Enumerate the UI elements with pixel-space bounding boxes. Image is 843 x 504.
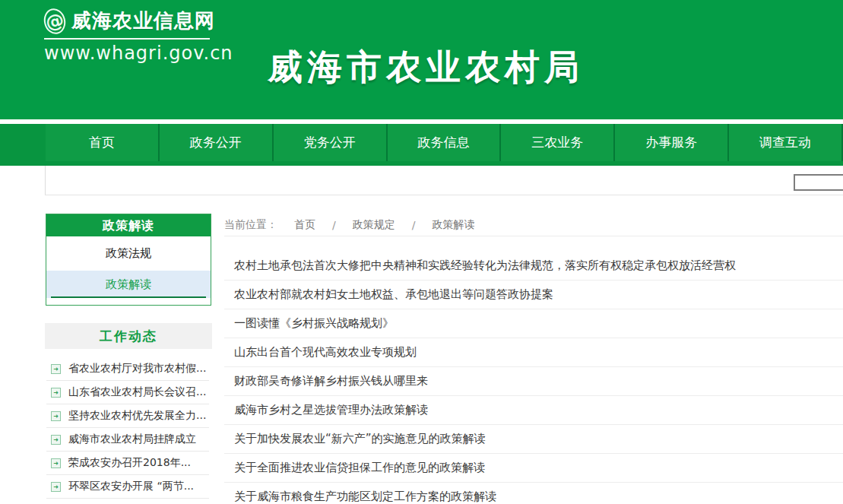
category-panel: 政策解读 政策法规 政策解读	[46, 214, 211, 306]
breadcrumb-separator: /	[332, 219, 336, 231]
article-link[interactable]: 财政部吴奇修详解乡村振兴钱从哪里来	[224, 367, 843, 396]
nav-item-services[interactable]: 办事服务	[615, 124, 729, 161]
work-news-panel: 工作动态 ➜ 省农业农村厅对我市农村假... ➜ 山东省农业农村局长会议召...…	[45, 323, 212, 504]
arrow-icon: ➜	[51, 411, 61, 421]
list-item-label: 山东省农业农村局长会议召...	[68, 385, 206, 399]
arrow-icon: ➜	[51, 435, 61, 445]
arrow-icon: ➜	[51, 388, 61, 398]
article-link[interactable]: 山东出台首个现代高效农业专项规划	[224, 338, 843, 367]
list-item[interactable]: ➜ 威海市农业农村局挂牌成立	[46, 428, 209, 452]
list-item-label: 荣成农安办召开2018年...	[68, 456, 191, 470]
article-link[interactable]: 关于全面推进农业信贷担保工作的意见的政策解读	[224, 454, 843, 483]
search-input[interactable]	[794, 174, 843, 191]
list-item[interactable]: ➜ 坚持农业农村优先发展全力...	[46, 404, 209, 428]
breadcrumb-label: 当前位置：	[224, 218, 277, 232]
breadcrumb: 当前位置： 首页 / 政策规定 / 政策解读	[224, 218, 474, 232]
work-news-panel-title: 工作动态	[45, 323, 212, 349]
breadcrumb-policy-interpretation[interactable]: 政策解读	[432, 218, 474, 232]
list-item-label: 省农业农村厅对我市农村假...	[68, 362, 206, 376]
site-name: 威海农业信息网	[71, 8, 215, 34]
nav-item-government-info[interactable]: 政务信息	[388, 124, 502, 161]
list-item-label: 环翠区农安办开展 “两节...	[68, 480, 194, 493]
list-item-partial[interactable]: ➜	[46, 499, 209, 504]
nav-item-survey-interaction[interactable]: 调查互动	[729, 124, 843, 161]
nav-item-agriculture-business[interactable]: 三农业务	[501, 124, 615, 161]
main-nav: 首页 政务公开 党务公开 政务信息 三农业务 办事服务 调查互动	[0, 124, 843, 166]
sidebar-item-policy-interpretation[interactable]: 政策解读	[46, 271, 211, 298]
work-news-list: ➜ 省农业农村厅对我市农村假... ➜ 山东省农业农村局长会议召... ➜ 坚持…	[45, 349, 212, 504]
list-item[interactable]: ➜ 环翠区农安办开展 “两节...	[46, 475, 209, 499]
arrow-icon: ➜	[51, 364, 61, 374]
site-url: www.whagri.gov.cn	[44, 43, 213, 64]
list-item[interactable]: ➜ 荣成农安办召开2018年...	[46, 452, 209, 475]
site-logo[interactable]: @ 威海农业信息网 www.whagri.gov.cn	[44, 8, 213, 64]
nav-item-party-affairs-open[interactable]: 党务公开	[274, 124, 388, 161]
arrow-icon: ➜	[51, 482, 61, 492]
breadcrumb-separator: /	[412, 219, 416, 231]
breadcrumb-policy-regulations[interactable]: 政策规定	[353, 218, 395, 232]
list-item-label: 威海市农业农村局挂牌成立	[68, 433, 196, 446]
page-title: 威海市农业农村局	[268, 44, 584, 91]
sidebar-item-policy-laws[interactable]: 政策法规	[46, 236, 211, 271]
list-item[interactable]: ➜ 省农业农村厅对我市农村假...	[46, 357, 209, 381]
sidebar: 政策解读 政策法规 政策解读 工作动态 ➜ 省农业农村厅对我市农村假... ➜ …	[46, 214, 211, 504]
site-header: @ 威海农业信息网 www.whagri.gov.cn 威海市农业农村局	[0, 0, 843, 119]
breadcrumb-home[interactable]: 首页	[294, 218, 315, 232]
article-list: 农村土地承包法首次大修把中央精神和实践经验转化为法律规范，落实所有权稳定承包权放…	[224, 252, 843, 504]
page: @ 威海农业信息网 www.whagri.gov.cn 威海市农业农村局 首页 …	[0, 0, 843, 504]
nav-item-home[interactable]: 首页	[46, 124, 160, 161]
breadcrumb-divider	[224, 236, 843, 236]
panel-padding	[46, 298, 211, 305]
article-link[interactable]: 威海市乡村之星选拔管理办法政策解读	[224, 396, 843, 425]
logo-divider	[44, 38, 210, 40]
sidebar-item-label: 政策解读	[106, 277, 151, 291]
toolbar-band	[45, 166, 843, 195]
at-globe-logo-icon: @	[41, 6, 68, 36]
nav-item-government-affairs-open[interactable]: 政务公开	[160, 124, 274, 161]
article-link[interactable]: 一图读懂《乡村振兴战略规划》	[224, 309, 843, 338]
arrow-icon: ➜	[51, 458, 61, 468]
article-link[interactable]: 关于加快发展农业“新六产”的实施意见的政策解读	[224, 425, 843, 454]
article-link[interactable]: 农村土地承包法首次大修把中央精神和实践经验转化为法律规范，落实所有权稳定承包权放…	[224, 252, 843, 281]
article-link[interactable]: 农业农村部就农村妇女土地权益、承包地退出等问题答政协提案	[224, 281, 843, 309]
category-panel-title: 政策解读	[46, 214, 211, 236]
list-item-label: 坚持农业农村优先发展全力...	[68, 409, 206, 423]
article-link[interactable]: 关于威海市粮食生产功能区划定工作方案的政策解读	[224, 483, 843, 504]
list-item[interactable]: ➜ 山东省农业农村局长会议召...	[46, 381, 209, 404]
active-underline	[51, 296, 205, 298]
